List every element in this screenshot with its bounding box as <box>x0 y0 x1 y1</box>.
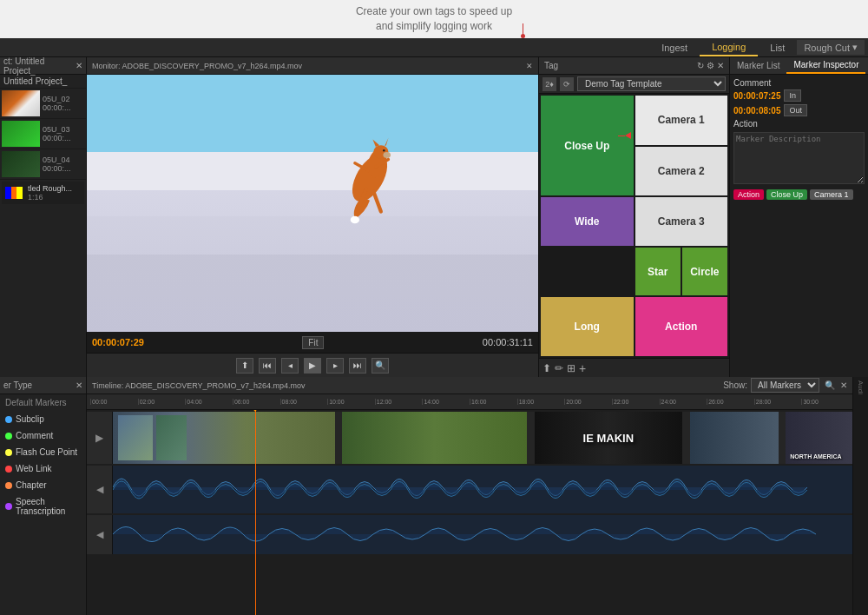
timeline-header: Timeline: ADOBE_DISCOVERY_PROMO_v7_h264.… <box>87 377 852 394</box>
tag-upload-icon[interactable]: ⬆ <box>542 362 551 374</box>
tag-panel: Tag ↻ ⚙ ✕ 2♦ ⟳ Demo Tag Template Close U… <box>538 57 729 377</box>
chevron-down-icon: ▾ <box>852 42 858 53</box>
tag-edit-icon[interactable]: ✏ <box>555 362 563 374</box>
marker-description-field[interactable] <box>733 132 865 184</box>
tag-add-icon[interactable]: + <box>579 361 586 375</box>
ruler-mark-5: 10:00 <box>327 399 375 405</box>
tag-close-up[interactable]: Close Up <box>541 96 634 195</box>
video-track-content[interactable]: IE MAKIN NORTH AMERICA <box>113 412 852 464</box>
tag-settings-icon[interactable]: ⚙ <box>707 61 714 70</box>
marker-type-panel: er Type ✕ Default Markers Subclip Commen… <box>0 377 87 615</box>
tag-camera3[interactable]: Camera 3 <box>635 197 728 246</box>
fit-control[interactable]: Fit <box>302 336 324 349</box>
project-label[interactable]: Untitled Project_ <box>0 75 86 89</box>
timeline-close-icon[interactable]: ✕ <box>840 380 847 390</box>
marker-type-weblink[interactable]: Web Link <box>0 460 86 477</box>
monitor-title: Monitor: ADOBE_DISCOVERY_PROMO_v7_h264.m… <box>92 62 302 70</box>
ruler-mark-4: 08:00 <box>280 399 328 405</box>
btn-zoom[interactable]: 🔍 <box>372 358 389 374</box>
chip-closeup[interactable]: Close Up <box>766 189 807 200</box>
svg-line-9 <box>373 192 381 212</box>
tag-template-select[interactable]: Demo Tag Template <box>577 76 726 91</box>
tag-grid: Close Up Camera 1 Camera 2 Wide Camera 3… <box>539 94 729 358</box>
btn-step-back[interactable]: ◂ <box>281 358 299 374</box>
fox-figure <box>335 126 404 230</box>
video-track-label: ▶ <box>87 412 113 464</box>
chip-camera[interactable]: Camera 1 <box>810 189 853 200</box>
tag-camera1[interactable]: Camera 1 <box>635 96 728 145</box>
comment-label: Comment <box>733 78 865 88</box>
marker-type-close-icon[interactable]: ✕ <box>76 380 82 390</box>
tab-marker-list[interactable]: Marker List <box>730 57 786 74</box>
tag-star[interactable]: Star <box>635 248 681 296</box>
waveform-1[interactable] <box>113 466 852 513</box>
clip-id-2: 05U_03 <box>43 125 71 134</box>
marker-type-speech[interactable]: Speech Transcription <box>0 493 86 519</box>
audio-icon-1: ◀ <box>96 484 103 495</box>
tag-sync-btn[interactable]: ⟳ <box>560 77 574 91</box>
panel-close-icon[interactable]: ✕ <box>76 61 82 70</box>
audio-track-2: ◀ <box>87 515 852 554</box>
tag-grid-icon[interactable]: ⊞ <box>567 362 575 374</box>
clip-item-3[interactable]: 05U_04 00:00:... <box>0 149 86 180</box>
tag-long[interactable]: Long <box>541 297 634 356</box>
timeline-ruler: 00:00 02:00 04:00 06:00 08:00 10:00 12:0… <box>87 394 852 410</box>
dot-subclip <box>5 416 12 423</box>
snow-ground <box>87 190 538 332</box>
btn-export[interactable]: ⬆ <box>236 358 253 374</box>
clip-fox[interactable] <box>113 412 335 464</box>
ruler-mark-2: 04:00 <box>185 399 233 405</box>
timeline-search-icon[interactable]: 🔍 <box>825 380 835 390</box>
marker-timecode-out-row: 00:00:08:05 Out <box>733 104 865 116</box>
btn-play[interactable]: ▶ <box>304 358 321 374</box>
tag-camera2[interactable]: Camera 2 <box>635 147 728 196</box>
tag-action[interactable]: Action <box>635 297 728 356</box>
clip-north-america[interactable]: NORTH AMERICA <box>786 412 852 464</box>
annotation-arrow <box>521 23 525 38</box>
tag-panel-header: Tag ↻ ⚙ ✕ <box>539 57 729 75</box>
btn-prev-frame[interactable]: ⏮ <box>259 358 276 374</box>
tag-close-icon[interactable]: ✕ <box>717 61 724 70</box>
tab-rough-cut[interactable]: Rough Cut ▾ <box>797 40 865 55</box>
clip-making[interactable]: IE MAKIN <box>535 412 682 464</box>
svg-marker-3 <box>372 140 379 148</box>
btn-out[interactable]: Out <box>784 104 807 116</box>
marker-type-chapter[interactable]: Chapter <box>0 477 86 493</box>
clip-north-america-text: NORTH AMERICA <box>790 453 841 460</box>
tab-list[interactable]: List <box>758 38 797 56</box>
tag-circle[interactable]: Circle <box>682 248 727 296</box>
ruler-mark-14: 28:00 <box>754 399 802 405</box>
playhead-marker <box>251 410 260 412</box>
clip-item-1[interactable]: 05U_02 00:00:... <box>0 89 86 119</box>
tag-panel-title: Tag <box>544 61 558 70</box>
timeline-title: Timeline: ADOBE_DISCOVERY_PROMO_v7_h264.… <box>92 381 306 390</box>
btn-step-fwd[interactable]: ▸ <box>326 358 344 374</box>
marker-type-subclip[interactable]: Subclip <box>0 411 86 427</box>
marker-timecode-in-row: 00:00:07:25 In <box>733 89 865 102</box>
waveform-2[interactable] <box>113 515 852 554</box>
marker-inspector-body: Comment 00:00:07:25 In 00:00:08:05 Out A… <box>730 75 868 377</box>
playhead[interactable] <box>255 410 256 615</box>
clip-item-2[interactable]: 05U_03 00:00:... <box>0 119 86 149</box>
tab-logging[interactable]: Logging <box>700 38 758 56</box>
tag-icon-btn[interactable]: 2♦ <box>542 77 556 91</box>
audio-icon-2: ◀ <box>96 529 103 540</box>
tag-wide[interactable]: Wide <box>541 197 634 246</box>
clip-nature[interactable] <box>342 412 527 464</box>
clip-horse[interactable] <box>690 412 779 464</box>
tab-marker-inspector[interactable]: Marker Inspector <box>786 57 865 74</box>
ruler-mark-11: 22:00 <box>612 399 660 405</box>
tag-refresh-icon[interactable]: ↻ <box>697 61 704 70</box>
marker-tag-chips: Action Close Up Camera 1 <box>733 189 865 200</box>
markers-select[interactable]: All Markers <box>751 378 819 393</box>
btn-next-frame[interactable]: ⏭ <box>349 358 366 374</box>
monitor-close-icon[interactable]: ✕ <box>526 62 533 70</box>
tag-bottom-toolbar: ⬆ ✏ ⊞ + <box>539 358 729 377</box>
marker-type-comment[interactable]: Comment <box>0 427 86 444</box>
chip-action[interactable]: Action <box>733 189 764 200</box>
tab-ingest[interactable]: Ingest <box>649 38 700 56</box>
rough-cut-item[interactable]: tled Rough... 1:16 <box>2 182 84 204</box>
btn-in[interactable]: In <box>784 89 801 102</box>
marker-type-flash[interactable]: Flash Cue Point <box>0 444 86 460</box>
annotation-text-line2: and simplify logging work <box>376 20 492 32</box>
